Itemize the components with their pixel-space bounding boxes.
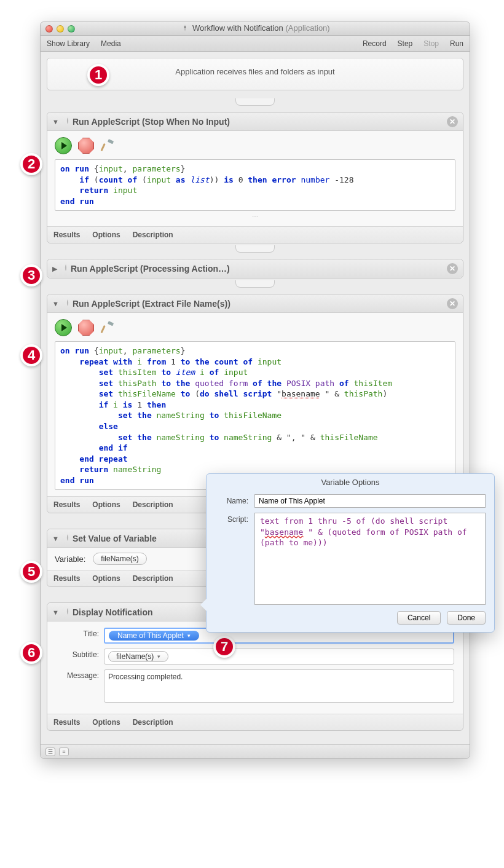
description-tab[interactable]: Description (133, 231, 173, 239)
script-label: Script: (215, 513, 248, 524)
automator-icon (63, 116, 73, 127)
badge-7: 7 (213, 636, 235, 658)
window-title: Workflow with Notification (Application) (41, 23, 470, 34)
results-tab[interactable]: Results (53, 718, 80, 727)
done-button[interactable]: Done (447, 611, 486, 625)
resize-grip-icon[interactable]: ⋯ (55, 211, 455, 220)
automator-icon (63, 607, 73, 618)
connector (235, 280, 275, 288)
results-tab[interactable]: Results (53, 231, 80, 239)
options-tab[interactable]: Options (92, 718, 120, 727)
workflow-area: Application receives files and folders a… (41, 52, 470, 744)
action-title: Display Notification (73, 607, 153, 617)
description-tab[interactable]: Description (133, 574, 173, 583)
remove-action-icon[interactable]: ✕ (447, 298, 458, 309)
connector (235, 245, 275, 253)
automator-icon (180, 23, 192, 33)
options-tab[interactable]: Options (92, 231, 120, 239)
status-bar: ☰ ≡ (41, 744, 470, 758)
action-header[interactable]: ▼ Run AppleScript (Extract File Name(s))… (47, 294, 463, 313)
automator-icon (61, 264, 71, 274)
action-header[interactable]: ▼ Run AppleScript (Stop When No Input) ✕ (47, 112, 463, 131)
script-controls (55, 137, 455, 154)
svg-rect-3 (108, 321, 114, 326)
badge-2: 2 (20, 153, 42, 175)
badge-5: 5 (20, 561, 42, 583)
action-footer: Results Options Description (47, 226, 463, 243)
svg-rect-4 (101, 325, 106, 333)
subtitle-label: Subtitle: (56, 649, 99, 659)
title-text: Workflow with Notification (192, 23, 283, 33)
remove-action-icon[interactable]: ✕ (447, 263, 458, 274)
automator-icon (63, 298, 73, 309)
view-list-icon[interactable]: ☰ (45, 748, 55, 756)
description-tab[interactable]: Description (133, 500, 173, 509)
options-tab[interactable]: Options (92, 574, 120, 583)
remove-action-icon[interactable]: ✕ (447, 116, 458, 127)
stop-icon[interactable] (78, 138, 94, 154)
variable-label: Variable: (55, 554, 85, 564)
script-textarea[interactable]: text from 1 thru -5 of (do shell script … (254, 513, 486, 605)
action-title: Run AppleScript (Stop When No Input) (73, 117, 230, 127)
connector (235, 98, 275, 106)
view-log-icon[interactable]: ≡ (59, 748, 69, 756)
disclosure-triangle-icon[interactable]: ▼ (52, 609, 59, 616)
action-footer: Results Options Description (47, 714, 463, 730)
message-label: Message: (56, 669, 99, 680)
variable-token[interactable]: fileName(s) (108, 651, 168, 662)
variable-token[interactable]: Name of This Applet (109, 631, 199, 641)
action-title: Set Value of Variable (73, 534, 157, 543)
title-label: Title: (56, 628, 99, 638)
name-input[interactable] (254, 494, 486, 508)
action-run-applescript-1: ▼ Run AppleScript (Stop When No Input) ✕… (47, 112, 463, 243)
disclosure-triangle-icon[interactable]: ▼ (52, 118, 59, 125)
disclosure-triangle-icon[interactable]: ▼ (52, 535, 59, 542)
show-library-button[interactable]: Show Library (47, 39, 90, 48)
badge-1: 1 (87, 64, 109, 86)
name-label: Name: (215, 494, 248, 505)
script-controls (55, 319, 455, 336)
results-tab[interactable]: Results (53, 500, 80, 509)
record-button[interactable]: Record (363, 39, 387, 48)
options-tab[interactable]: Options (92, 500, 120, 509)
step-button[interactable]: Step (398, 39, 413, 48)
subtitle-input[interactable]: fileName(s) (104, 649, 454, 665)
automator-icon (63, 534, 73, 544)
action-run-applescript-2: ▶ Run AppleScript (Processing Action…) ✕ (47, 259, 463, 278)
action-header[interactable]: ▶ Run AppleScript (Processing Action…) ✕ (47, 259, 463, 278)
disclosure-triangle-icon[interactable]: ▼ (52, 300, 59, 307)
action-title: Run AppleScript (Processing Action…) (71, 264, 230, 274)
svg-rect-2 (101, 143, 106, 151)
hammer-icon[interactable] (100, 319, 117, 336)
message-textarea[interactable]: Processing completed. (104, 669, 454, 703)
svg-point-0 (184, 26, 186, 28)
script-editor[interactable]: on run {input, parameters} repeat with i… (55, 341, 455, 490)
toolbar: Show Library Media Record Step Stop Run (41, 36, 470, 52)
variable-options-popover: Variable Options Name: Script: text from… (206, 473, 495, 633)
stop-icon[interactable] (78, 320, 94, 336)
results-tab[interactable]: Results (53, 574, 80, 583)
title-subtitle: (Application) (285, 23, 329, 33)
variable-chip[interactable]: fileName(s) (93, 553, 146, 565)
input-banner-text: Application receives files and folders a… (175, 67, 334, 76)
stop-button: Stop (423, 39, 439, 48)
badge-4: 4 (20, 344, 42, 366)
badge-3: 3 (20, 264, 42, 286)
badge-6: 6 (20, 642, 42, 664)
svg-rect-1 (108, 139, 114, 144)
media-button[interactable]: Media (101, 39, 121, 48)
compile-play-icon[interactable] (55, 137, 72, 154)
hammer-icon[interactable] (100, 137, 117, 154)
cancel-button[interactable]: Cancel (397, 611, 441, 625)
popover-title: Variable Options (207, 474, 494, 491)
action-title: Run AppleScript (Extract File Name(s)) (73, 299, 230, 309)
automator-window: Workflow with Notification (Application)… (40, 22, 470, 759)
description-tab[interactable]: Description (133, 718, 173, 727)
run-button[interactable]: Run (450, 39, 463, 48)
compile-play-icon[interactable] (55, 319, 72, 336)
disclosure-triangle-icon[interactable]: ▶ (52, 265, 57, 273)
script-editor[interactable]: on run {input, parameters} if (count of … (55, 159, 455, 211)
titlebar: Workflow with Notification (Application) (41, 22, 470, 36)
